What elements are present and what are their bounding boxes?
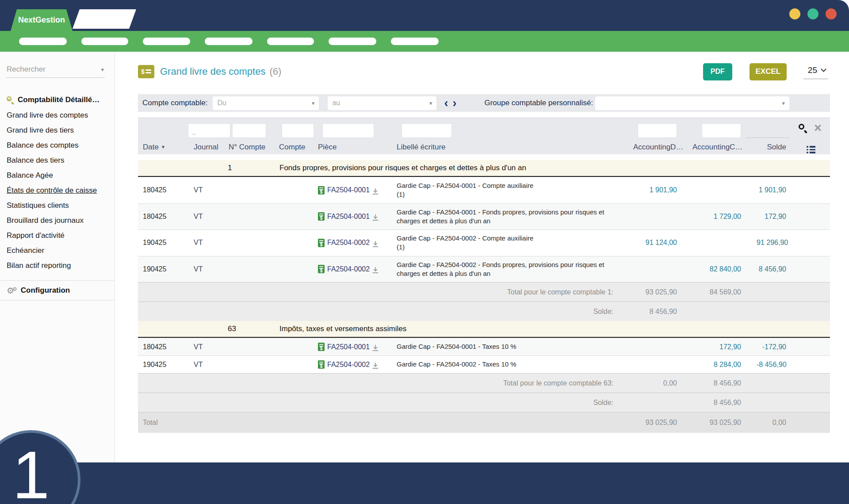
nav-menu-placeholder[interactable] xyxy=(205,38,252,45)
next-account-button[interactable]: › xyxy=(452,97,456,109)
row-accounting-credit: 1 729,00 xyxy=(692,213,757,221)
column-header-piece[interactable]: Pièce xyxy=(313,143,392,152)
row-date: 180425 xyxy=(138,343,189,351)
row-solde: 8 456,90 xyxy=(757,265,802,273)
ledger-table: 1Fonds propres, provisions pour risques … xyxy=(138,160,830,433)
row-solde: 172,90 xyxy=(757,213,802,221)
column-header-journal[interactable]: Journal xyxy=(189,143,224,152)
page-size-select[interactable]: 25 xyxy=(803,65,828,79)
compte-au-select[interactable]: au ▾ xyxy=(328,96,436,110)
download-icon[interactable] xyxy=(372,214,379,221)
groupe-comptable-select[interactable]: ▾ xyxy=(595,96,789,110)
piece-link[interactable]: FA2504-0001 xyxy=(327,213,370,221)
download-icon[interactable] xyxy=(372,188,379,195)
column-header-date[interactable]: Date▼ xyxy=(138,143,189,152)
group-account-number: 1 xyxy=(224,164,274,172)
piece-link[interactable]: FA2504-0002 xyxy=(327,239,370,247)
section-total-row: Total pour le compte comptable 63:0,008 … xyxy=(138,373,830,393)
account-group-row: 1Fonds propres, provisions pour risques … xyxy=(138,160,830,177)
sidebar-item-grand-livre-des-comptes[interactable]: Grand livre des comptes xyxy=(0,108,115,123)
row-journal: VT xyxy=(189,186,224,194)
sidebar-search-placeholder: Rechercher xyxy=(7,65,46,74)
compte-filter-input[interactable] xyxy=(282,123,314,138)
column-header-ncompte[interactable]: N° Compte xyxy=(224,143,274,152)
sidebar-item-brouillard-des-journaux[interactable]: Brouillard des journaux xyxy=(0,213,115,228)
sidebar-item-balance-des-tiers[interactable]: Balance des tiers xyxy=(0,153,115,168)
ncompte-filter-input[interactable] xyxy=(232,123,266,138)
sidebar-item-balance-des-comptes[interactable]: Balance des comptes xyxy=(0,138,115,153)
search-icon[interactable] xyxy=(798,123,808,133)
previous-account-button[interactable]: ‹ xyxy=(444,97,448,109)
chevron-down-icon: ▾ xyxy=(101,66,104,73)
page-title: Grand livre des comptes xyxy=(160,66,265,77)
download-icon[interactable] xyxy=(372,241,379,248)
clear-filters-icon[interactable]: × xyxy=(814,123,822,132)
row-date: 180425 xyxy=(138,186,189,194)
row-accounting-debit: 91 124,00 xyxy=(633,239,692,247)
nav-menu-placeholder[interactable] xyxy=(329,38,376,45)
page-number: 1 xyxy=(12,433,50,504)
row-solde: 91 296,90 xyxy=(757,239,802,247)
ledger-row: 180425VTFA2504-0001Gardie Cap - FA2504-0… xyxy=(138,177,830,203)
gear-icon: ⚙⚙ xyxy=(7,286,17,295)
column-header-compte[interactable]: Compte xyxy=(274,143,313,152)
piece-link[interactable]: FA2504-0001 xyxy=(327,343,370,351)
sidebar-item-grand-livre-des-tiers[interactable]: Grand livre des tiers xyxy=(0,123,115,138)
sidebar-item-rapport-d-activite[interactable]: Rapport d'activité xyxy=(0,228,115,243)
row-libelle: Gardie Cap - FA2504-0002 - Compte auxili… xyxy=(392,234,633,252)
blank-tab xyxy=(73,9,136,29)
nav-menu-placeholder[interactable] xyxy=(267,38,314,45)
row-journal: VT xyxy=(189,265,224,273)
group-account-number: 63 xyxy=(224,325,274,333)
account-group-row: 63Impôts, taxes et versements assimiles xyxy=(138,321,830,338)
sidebar-config-label: Configuration xyxy=(21,286,70,295)
nav-menu-placeholder[interactable] xyxy=(391,38,439,45)
row-libelle: Gardie Cap - FA2504-0001 - Compte auxili… xyxy=(392,181,633,199)
download-icon[interactable] xyxy=(372,363,379,369)
piece-link[interactable]: FA2504-0001 xyxy=(327,186,370,194)
sidebar-item-configuration[interactable]: ⚙⚙ Configuration xyxy=(7,286,115,295)
section-solde-value: 8 456,90 xyxy=(692,399,757,407)
column-settings-icon[interactable] xyxy=(807,146,815,153)
piece-link[interactable]: FA2504-0002 xyxy=(327,361,370,369)
compte-du-select[interactable]: Du ▾ xyxy=(213,96,319,110)
accounting-credit-filter-input[interactable] xyxy=(702,123,741,138)
sidebar-item-echeancier[interactable]: Echéancier xyxy=(0,243,115,258)
invoice-icon xyxy=(318,360,325,369)
sidebar-search-select[interactable]: Rechercher ▾ xyxy=(6,63,105,78)
top-header: NextGestion xyxy=(0,0,849,31)
invoice-icon xyxy=(318,186,325,195)
sidebar-section-header: $ Comptabilité Détaillé… xyxy=(7,95,110,104)
sidebar-item-etats-de-controle-de-caisse[interactable]: États de contrôle de caisse xyxy=(0,183,115,198)
excel-export-button[interactable]: EXCEL xyxy=(750,63,787,80)
sidebar-item-statistiques-clients[interactable]: Statistiques clients xyxy=(0,198,115,213)
nav-menu-placeholder[interactable] xyxy=(143,38,190,45)
row-accounting-credit: 82 840,00 xyxy=(692,265,757,273)
result-count: (6) xyxy=(269,66,281,77)
column-header-accountingc[interactable]: AccountingC… xyxy=(692,143,757,152)
sidebar-item-bilan-actif-reporting[interactable]: Bilan actif reporting xyxy=(0,258,115,273)
accounting-debit-filter-input[interactable] xyxy=(638,123,677,138)
row-libelle: Gardie Cap - FA2504-0001 - Fonds propres… xyxy=(392,208,633,226)
solde-filter-input[interactable] xyxy=(746,123,790,138)
row-accounting-credit: 172,90 xyxy=(692,343,757,351)
pdf-export-button[interactable]: PDF xyxy=(703,63,732,80)
download-icon[interactable] xyxy=(372,345,379,351)
nav-menu-placeholder[interactable] xyxy=(81,38,128,45)
nav-menu-placeholder[interactable] xyxy=(19,38,67,45)
sidebar-item-balance-agee[interactable]: Balance Agée xyxy=(0,168,115,183)
section-solde-row: Solde:8 456,90 xyxy=(138,302,830,321)
row-journal: VT xyxy=(189,213,224,221)
sidebar: Rechercher ▾ $ Comptabilité Détaillé… Gr… xyxy=(0,52,115,462)
piece-filter-input[interactable] xyxy=(322,123,374,138)
column-header-accountingd[interactable]: AccountingD… xyxy=(633,143,692,152)
piece-link[interactable]: FA2504-0002 xyxy=(327,265,370,273)
table-header: × Date▼ Journal N° Compte Compte Pièce L… xyxy=(138,117,830,154)
column-header-libelle[interactable]: Libellé écriture xyxy=(392,143,633,152)
section-total-debit: 0,00 xyxy=(633,379,692,387)
column-header-solde[interactable]: Solde xyxy=(757,143,802,152)
row-libelle: Gardie Cap - FA2504-0001 - Taxes 10 % xyxy=(392,342,633,351)
grand-total-credit: 93 025,90 xyxy=(692,419,757,427)
download-icon[interactable] xyxy=(372,267,379,274)
libelle-filter-input[interactable] xyxy=(402,123,452,138)
